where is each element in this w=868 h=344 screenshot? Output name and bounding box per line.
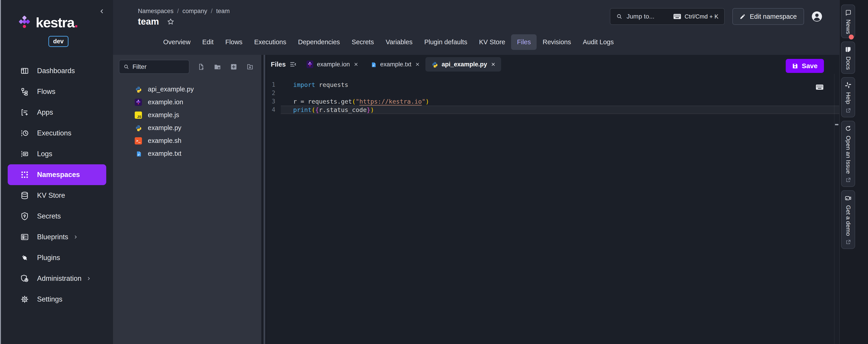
file-row-example-py[interactable]: example.py [113, 122, 261, 134]
sidebar-item-apps[interactable]: Apps [8, 102, 106, 123]
chevron-right-icon [86, 276, 91, 281]
file-row-api-example-py[interactable]: api_example.py [113, 83, 261, 96]
sidebar-item-executions[interactable]: Executions [8, 123, 106, 144]
flows-icon [20, 88, 29, 96]
code-editor: Files example.ion example.txt [267, 55, 839, 344]
import-file-icon[interactable] [230, 63, 237, 70]
user-avatar[interactable] [811, 10, 823, 23]
tab-audit-logs[interactable]: Audit Logs [577, 34, 620, 50]
file-row-example-ion[interactable]: example.ion [113, 96, 261, 109]
editor-tab-example-txt[interactable]: example.txt [364, 57, 426, 72]
keyboard-icon[interactable] [816, 84, 824, 90]
logs-icon [20, 150, 29, 158]
filter-input[interactable] [132, 63, 182, 70]
chevron-left-icon [98, 8, 105, 14]
page-title: team [138, 16, 159, 27]
rail-tab-docs[interactable]: Docs [841, 41, 855, 74]
shield-user-icon [20, 274, 29, 283]
breadcrumb-namespaces[interactable]: Namespaces [138, 8, 174, 15]
rail-tab-help[interactable]: Help [841, 77, 855, 117]
jump-to-shortcut: Ctrl/Cmd + K [685, 13, 719, 20]
kestra-logo[interactable]: kestra. [18, 14, 113, 31]
gear-icon [20, 295, 29, 304]
close-icon[interactable] [491, 62, 496, 67]
shield-key-icon [20, 212, 29, 220]
sidebar-item-plugins[interactable]: Plugins [8, 247, 106, 268]
save-icon [792, 63, 798, 69]
favorite-star-icon[interactable] [167, 18, 174, 25]
python-file-icon [135, 86, 142, 93]
new-folder-icon[interactable] [214, 63, 221, 70]
new-file-icon[interactable] [197, 63, 205, 70]
chevron-right-icon [73, 235, 78, 240]
tab-executions[interactable]: Executions [248, 34, 292, 50]
overview-ruler-marker [835, 124, 838, 125]
sidebar-item-administration[interactable]: Administration [8, 268, 106, 289]
file-row-example-txt[interactable]: example.txt [113, 147, 261, 160]
rail-tab-open-issue[interactable]: Open an Issue [841, 121, 855, 187]
code-line-4-current: 4 print({r.status_code}) [267, 106, 839, 114]
slack-icon [845, 82, 851, 89]
file-row-example-sh[interactable]: >_ example.sh [113, 134, 261, 147]
sidebar-item-blueprints[interactable]: Blueprints [8, 227, 106, 247]
code-line-2: 2 [267, 89, 839, 97]
editor-tab-example-ion[interactable]: example.ion [301, 57, 364, 72]
panel-splitter[interactable] [261, 55, 267, 344]
dashboards-icon [20, 67, 29, 75]
sidebar-collapse-button[interactable] [97, 7, 106, 16]
tab-edit[interactable]: Edit [196, 34, 219, 50]
tab-files[interactable]: Files [511, 34, 537, 50]
namespace-tabs: Overview Edit Flows Executions Dependenc… [157, 34, 839, 50]
environment-badge: dev [49, 36, 68, 47]
tab-overview[interactable]: Overview [157, 34, 196, 50]
database-icon [20, 191, 29, 200]
sidebar-item-logs[interactable]: Logs [8, 144, 106, 164]
export-folder-icon[interactable] [246, 63, 254, 70]
plug-icon [20, 253, 29, 262]
sidebar-item-dashboards[interactable]: Dashboards [8, 61, 106, 81]
files-panel-label: Files [271, 61, 286, 68]
editor-tab-api-example-py[interactable]: api_example.py [426, 57, 501, 72]
sidebar-item-label: Plugins [37, 254, 60, 262]
toggle-tree-icon[interactable] [289, 61, 297, 68]
code-area[interactable]: 1 import requests 2 3 r = requests.get("… [267, 74, 839, 344]
jump-to-search[interactable]: Jump to... Ctrl/Cmd + K [610, 8, 725, 25]
python-file-icon [135, 125, 142, 132]
file-row-example-js[interactable]: JS example.js [113, 109, 261, 122]
sidebar-item-settings[interactable]: Settings [8, 289, 106, 310]
sidebar-item-label: Settings [37, 295, 62, 303]
shell-file-icon: >_ [135, 137, 142, 144]
rail-tab-news[interactable]: News [841, 4, 855, 38]
editor-tabbar: Files example.ion example.txt [267, 55, 839, 74]
tab-kv-store[interactable]: KV Store [473, 34, 511, 50]
sidebar: kestra. dev Dashboards Flows Apps Execut… [1, 0, 113, 344]
tab-plugin-defaults[interactable]: Plugin defaults [418, 34, 473, 50]
breadcrumb-company[interactable]: company [182, 8, 207, 15]
sidebar-nav: Dashboards Flows Apps Executions Logs Na [1, 61, 113, 310]
demo-video-icon [845, 195, 851, 202]
rail-tab-get-demo[interactable]: Get a demo [841, 190, 855, 249]
sidebar-item-flows[interactable]: Flows [8, 81, 106, 102]
close-icon[interactable] [353, 62, 359, 67]
tab-flows[interactable]: Flows [219, 34, 248, 50]
sidebar-item-namespaces[interactable]: Namespaces [8, 164, 106, 185]
app-window: kestra. dev Dashboards Flows Apps Execut… [0, 0, 868, 344]
save-button[interactable]: Save [786, 59, 824, 73]
tab-dependencies[interactable]: Dependencies [292, 34, 346, 50]
line-number: 3 [267, 97, 281, 106]
sidebar-item-secrets[interactable]: Secrets [8, 206, 106, 227]
sidebar-item-kv-store[interactable]: KV Store [8, 185, 106, 206]
edit-namespace-button[interactable]: Edit namespace [733, 8, 804, 25]
sidebar-item-label: Flows [37, 88, 55, 96]
breadcrumb-team[interactable]: team [216, 8, 230, 15]
pencil-icon [740, 13, 746, 20]
tab-variables[interactable]: Variables [380, 34, 418, 50]
kestra-wordmark: kestra. [36, 14, 78, 31]
javascript-file-icon: JS [135, 111, 142, 119]
tab-secrets[interactable]: Secrets [346, 34, 380, 50]
search-icon [123, 64, 129, 70]
external-link-icon [845, 108, 851, 113]
close-icon[interactable] [415, 62, 420, 67]
tab-revisions[interactable]: Revisions [537, 34, 577, 50]
sidebar-item-label: Dashboards [37, 67, 75, 75]
